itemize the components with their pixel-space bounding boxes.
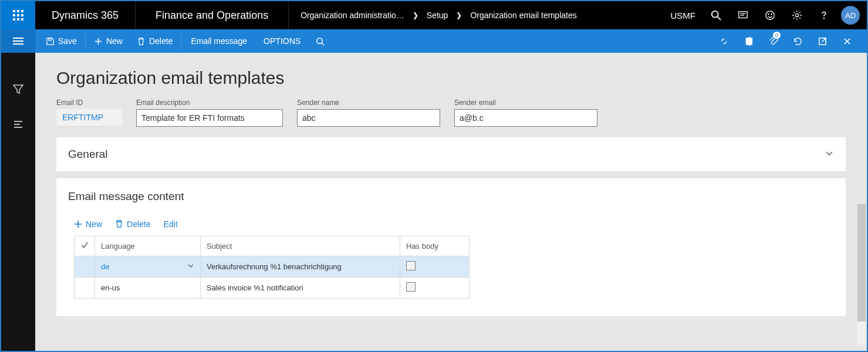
- cell-subject[interactable]: Sales invoice %1 notification: [201, 277, 400, 299]
- svg-point-17: [795, 13, 798, 16]
- attachments-button[interactable]: 0: [762, 29, 783, 53]
- sender-email-label: Sender email: [454, 99, 597, 107]
- svg-rect-2: [21, 10, 23, 12]
- email-description-label: Email description: [136, 99, 283, 107]
- svg-point-18: [823, 18, 825, 19]
- sender-email-input[interactable]: [454, 109, 597, 127]
- chevron-right-icon: ❯: [413, 11, 418, 19]
- svg-rect-1: [17, 10, 19, 12]
- svg-rect-0: [13, 10, 15, 12]
- close-button[interactable]: [836, 29, 857, 53]
- checkbox[interactable]: [406, 261, 416, 270]
- breadcrumb: Organization administratio… ❯ Setup ❯ Or…: [289, 11, 663, 20]
- grid-header-subject[interactable]: Subject: [201, 236, 400, 256]
- email-content-grid: Language Subject Has body de Verkaufsrec…: [74, 236, 470, 299]
- svg-line-28: [822, 38, 826, 42]
- cell-hasbody[interactable]: [400, 277, 470, 299]
- chevron-right-icon: ❯: [456, 11, 462, 19]
- svg-rect-3: [13, 14, 15, 16]
- table-row[interactable]: en-us Sales invoice %1 notification: [75, 277, 470, 299]
- svg-line-10: [718, 17, 721, 20]
- breadcrumb-item[interactable]: Setup: [427, 11, 448, 20]
- smile-icon[interactable]: [756, 1, 783, 29]
- svg-rect-6: [13, 18, 15, 21]
- delete-button[interactable]: Delete: [130, 29, 180, 53]
- row-selector[interactable]: [75, 277, 95, 299]
- email-message-button[interactable]: Email message: [183, 36, 255, 46]
- grid-delete-label: Delete: [127, 219, 150, 229]
- action-bar-right: 0: [713, 29, 863, 53]
- app-launcher-button[interactable]: [1, 1, 35, 29]
- new-label: New: [106, 36, 123, 46]
- row-selector[interactable]: [75, 256, 95, 277]
- svg-point-16: [771, 13, 772, 15]
- delete-label: Delete: [149, 36, 173, 46]
- grid-header-language[interactable]: Language: [95, 236, 201, 256]
- svg-point-14: [766, 11, 774, 19]
- nav-pane-toggle[interactable]: [1, 29, 35, 53]
- table-row[interactable]: de Verkaufsrechnung %1 benachrichtigung: [75, 256, 470, 277]
- chevron-down-icon[interactable]: [187, 262, 194, 271]
- messages-icon[interactable]: [729, 1, 756, 29]
- grid-select-header[interactable]: [75, 236, 95, 256]
- svg-rect-8: [21, 18, 23, 21]
- general-section-title: General: [68, 148, 108, 161]
- new-button[interactable]: New: [87, 29, 130, 53]
- global-header: Dynamics 365 Finance and Operations Orga…: [1, 1, 867, 29]
- cell-subject[interactable]: Verkaufsrechnung %1 benachrichtigung: [201, 256, 400, 277]
- cell-language[interactable]: en-us: [95, 277, 201, 299]
- office-icon[interactable]: [738, 29, 759, 53]
- svg-rect-7: [17, 18, 19, 21]
- svg-point-15: [768, 13, 769, 15]
- filter-icon[interactable]: [12, 83, 24, 97]
- svg-rect-22: [49, 38, 52, 40]
- options-button[interactable]: OPTIONS: [255, 36, 309, 46]
- app-name: Finance and Operations: [136, 9, 288, 22]
- refresh-button[interactable]: [787, 29, 808, 53]
- email-description-input[interactable]: [136, 109, 283, 127]
- svg-point-9: [712, 11, 718, 18]
- top-icons: AD: [702, 1, 867, 29]
- gear-icon[interactable]: [783, 1, 810, 29]
- save-button[interactable]: Save: [39, 29, 84, 53]
- breadcrumb-item[interactable]: Organization email templates: [470, 11, 576, 20]
- help-icon[interactable]: [810, 1, 837, 29]
- grid-edit-button[interactable]: Edit: [163, 219, 177, 229]
- sender-name-input[interactable]: [297, 109, 440, 127]
- svg-rect-5: [21, 14, 23, 16]
- grid-edit-label: Edit: [163, 219, 177, 229]
- scrollbar[interactable]: [857, 204, 866, 345]
- brand-label[interactable]: Dynamics 365: [35, 9, 135, 22]
- email-id-value[interactable]: ERFTITMP: [56, 109, 122, 126]
- avatar[interactable]: AD: [841, 6, 860, 25]
- action-search-button[interactable]: [309, 29, 332, 53]
- link-icon[interactable]: [713, 29, 734, 53]
- general-section: General: [56, 137, 846, 171]
- header-fields: Email ID ERFTITMP Email description Send…: [56, 99, 846, 127]
- popout-button[interactable]: [812, 29, 833, 53]
- email-message-content-title: Email message content: [68, 190, 834, 203]
- page-title: Organization email templates: [56, 68, 846, 88]
- breadcrumb-item[interactable]: Organization administratio…: [300, 11, 404, 20]
- cell-hasbody[interactable]: [400, 256, 470, 277]
- grid-header-hasbody[interactable]: Has body: [400, 236, 470, 256]
- grid-new-button[interactable]: New: [74, 219, 102, 229]
- left-rail: [1, 53, 35, 351]
- general-section-header[interactable]: General: [56, 137, 846, 171]
- action-bar: Save New Delete Email message OPTIONS 0: [35, 29, 867, 53]
- company-selector[interactable]: USMF: [664, 11, 703, 21]
- svg-rect-4: [17, 14, 19, 16]
- sender-name-label: Sender name: [297, 99, 440, 107]
- search-icon[interactable]: [702, 1, 729, 29]
- content-area: Organization email templates Email ID ER…: [35, 53, 867, 351]
- cell-language[interactable]: de: [95, 256, 201, 277]
- grid-delete-button[interactable]: Delete: [115, 219, 150, 229]
- grid-toolbar: New Delete Edit: [68, 219, 834, 229]
- related-icon[interactable]: [12, 119, 24, 133]
- grid-new-label: New: [86, 219, 102, 229]
- separator: [181, 34, 181, 48]
- checkbox[interactable]: [406, 282, 416, 292]
- email-id-label: Email ID: [56, 99, 122, 107]
- save-label: Save: [58, 36, 77, 46]
- attachments-count: 0: [773, 32, 781, 39]
